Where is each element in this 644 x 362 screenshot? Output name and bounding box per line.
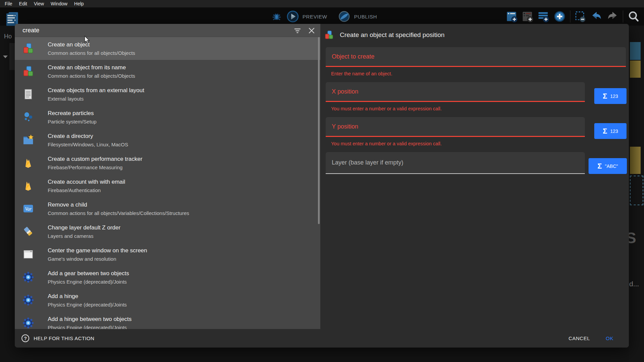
- application-window: FileEditViewWindowHelp PREVIEW PUBLISH H…: [0, 0, 644, 362]
- field-placeholder: X position: [332, 88, 358, 95]
- details-title: Create an object at specified position: [340, 31, 445, 39]
- background-right-strip: S d...: [629, 26, 644, 362]
- add-event-icon[interactable]: [506, 10, 519, 23]
- remove-selection-icon[interactable]: [574, 10, 587, 23]
- toolbar-divider: [623, 10, 623, 23]
- search-icon[interactable]: [627, 10, 640, 23]
- action-list-item[interactable]: Change layer default Z order Layers and …: [15, 220, 320, 243]
- action-title: Create account with with email: [48, 179, 316, 185]
- action-title: Center the game window on the screen: [48, 247, 316, 254]
- help-for-this-action-button[interactable]: ? HELP FOR THIS ACTION: [22, 334, 94, 342]
- instance-fragment: [630, 147, 641, 174]
- action-title: Create a custom performance tracker: [48, 156, 316, 162]
- search-bar-icons: [293, 24, 316, 37]
- action-list-panel: create Create an object Common actions f…: [15, 24, 320, 329]
- text-field[interactable]: Object to create: [326, 47, 626, 67]
- expression-builder-button[interactable]: Σ "ABC": [589, 158, 627, 174]
- document-icon: [23, 88, 34, 100]
- firebase-icon: [23, 157, 34, 169]
- eraser-icon: [23, 226, 34, 237]
- background-text-fragment: d...: [629, 280, 639, 288]
- svg-text:Var: Var: [25, 206, 32, 212]
- details-header: Create an object at specified position: [320, 24, 629, 46]
- preview-button[interactable]: PREVIEW: [303, 14, 327, 20]
- firebase-icon: [23, 180, 34, 191]
- background-text-fragment: S: [629, 229, 636, 247]
- list-scrollbar[interactable]: [318, 37, 320, 224]
- action-subtitle: Physics Engine (deprecated)/Joints: [48, 325, 316, 329]
- action-title: Recreate particles: [48, 110, 316, 117]
- action-subtitle: Particle system/Setup: [48, 119, 316, 125]
- action-list-item[interactable]: Create a custom performance tracker Fire…: [15, 151, 320, 174]
- text-field[interactable]: Layer (base layer if empty): [326, 152, 585, 174]
- add-comment-icon[interactable]: [537, 10, 550, 23]
- cubes-icon: [23, 43, 34, 54]
- menu-item-window[interactable]: Window: [47, 0, 71, 7]
- action-list-item[interactable]: Create objects from an external layout E…: [15, 83, 320, 106]
- home-tab-fragment: Ho: [4, 33, 12, 40]
- expression-builder-button[interactable]: Σ 123: [594, 88, 627, 104]
- expression-builder-button[interactable]: Σ 123: [594, 123, 627, 139]
- sigma-icon: Σ: [603, 93, 607, 100]
- toolbar-divider: [570, 10, 570, 23]
- action-list-item[interactable]: Create an object from its name Common ac…: [15, 60, 320, 83]
- ok-button[interactable]: OK: [606, 335, 613, 341]
- text-field[interactable]: Y position: [326, 117, 585, 137]
- action-title: Add a gear between two objects: [48, 270, 316, 277]
- parameter-row: Object to create Enter the name of an ob…: [326, 47, 623, 78]
- menu-bar: FileEditViewWindowHelp: [0, 0, 644, 7]
- search-input[interactable]: create: [23, 27, 39, 34]
- add-circle-icon[interactable]: [553, 10, 566, 23]
- field-helper-text: Enter the name of an object.: [331, 71, 623, 78]
- action-list-item[interactable]: Recreate particles Particle system/Setup: [15, 106, 320, 129]
- action-list-item[interactable]: Var Remove a child Common actions for al…: [15, 197, 320, 220]
- action-list-item[interactable]: Add a hinge between two objects Physics …: [15, 312, 320, 329]
- action-list-item[interactable]: Create a directory Filesystem/Windows, L…: [15, 129, 320, 151]
- menu-item-help[interactable]: Help: [71, 0, 87, 7]
- action-list-item[interactable]: Add a gear between two objects Physics E…: [15, 266, 320, 289]
- instance-fragment: [630, 61, 641, 78]
- scrollbar-fragment: [630, 42, 641, 60]
- redo-icon[interactable]: [606, 10, 619, 23]
- debug-icon[interactable]: [270, 10, 283, 23]
- parameter-row: X position You must enter a number or a …: [326, 82, 623, 113]
- add-subevent-icon[interactable]: [522, 10, 534, 23]
- sigma-icon: Σ: [598, 162, 602, 170]
- menu-item-edit[interactable]: Edit: [16, 0, 31, 7]
- dialog-footer: ? HELP FOR THIS ACTION CANCEL OK: [15, 329, 629, 348]
- action-subtitle: Physics Engine (deprecated)/Joints: [48, 279, 316, 285]
- expression-button-label: 123: [610, 94, 618, 99]
- sigma-icon: Σ: [603, 128, 607, 135]
- publish-button[interactable]: PUBLISH: [354, 14, 377, 20]
- action-title: Add a hinge: [48, 293, 316, 300]
- action-list-item[interactable]: Create account with with email Firebase/…: [15, 174, 320, 197]
- field-helper-text: You must enter a number or a valid expre…: [331, 106, 623, 113]
- parameter-row: Layer (base layer if empty) Σ "ABC": [326, 152, 623, 174]
- mouse-cursor: [84, 36, 91, 46]
- action-list-item[interactable]: Create an object Common actions for all …: [15, 37, 320, 60]
- physics-icon: [23, 294, 34, 306]
- preview-icon[interactable]: [286, 10, 299, 23]
- action-title: Create objects from an external layout: [48, 87, 316, 94]
- folder-star-icon: [23, 134, 34, 146]
- action-subtitle: Physics Engine (deprecated)/Joints: [48, 302, 316, 308]
- undo-icon[interactable]: [590, 10, 603, 23]
- action-subtitle: Layers and cameras: [48, 233, 316, 239]
- physics-icon: [23, 272, 34, 283]
- expression-button-label: "ABC": [605, 164, 618, 169]
- menu-item-file[interactable]: File: [1, 0, 16, 7]
- background-panel-fragment: [9, 43, 15, 70]
- action-list-item[interactable]: Add a hinge Physics Engine (deprecated)/…: [15, 289, 320, 312]
- text-field[interactable]: X position: [326, 82, 585, 102]
- field-helper-text: You must enter a number or a valid expre…: [331, 141, 623, 148]
- action-list-item[interactable]: Center the game window on the screen Gam…: [15, 243, 320, 266]
- cancel-button[interactable]: CANCEL: [568, 335, 590, 341]
- chevron-down-icon[interactable]: [3, 56, 8, 58]
- expression-button-label: 123: [610, 129, 618, 134]
- close-icon[interactable]: [308, 27, 316, 35]
- search-bar[interactable]: create: [15, 24, 320, 37]
- menu-item-view[interactable]: View: [31, 0, 47, 7]
- filter-icon[interactable]: [293, 27, 301, 35]
- toolbar-center-group: PREVIEW PUBLISH: [270, 7, 385, 26]
- publish-icon[interactable]: [338, 10, 351, 23]
